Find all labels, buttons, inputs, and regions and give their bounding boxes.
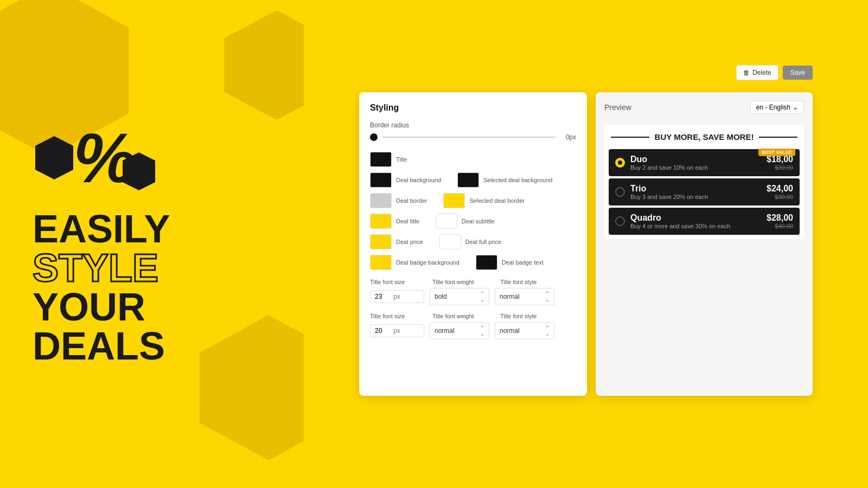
swatch-selected-deal-border-label: Selected deal border: [469, 197, 525, 204]
swatch-deal-bg-label: Deal background: [396, 177, 441, 183]
font-size-value-2[interactable]: [375, 327, 391, 335]
swatch-deal-bg-color[interactable]: [370, 172, 392, 188]
font-weight-value-1: bold: [435, 293, 447, 300]
swatch-deal-subtitle-color[interactable]: [436, 214, 457, 229]
deal-original-quadro: $40,00: [767, 223, 793, 229]
font-row-1: Title font size Title font weight Title …: [370, 279, 576, 305]
trash-icon: 🗑: [743, 69, 750, 76]
font-size-label-1: Title font size: [370, 279, 427, 285]
deal-prices-duo: $18,00 $20,00: [767, 155, 793, 171]
preview-header: Preview en - English ⌄: [604, 101, 804, 114]
save-button[interactable]: Save: [783, 66, 813, 80]
widget-header-text: BUY MORE, SAVE MORE!: [655, 132, 754, 142]
swatch-row-3: Deal border Selected deal border: [370, 193, 576, 208]
font-weight-value-2: normal: [435, 327, 455, 335]
font-style-select-1[interactable]: normal ⌃⌄: [495, 288, 554, 305]
swatch-title: Title: [370, 152, 576, 167]
font-size-unit-1: px: [393, 293, 400, 300]
deal-prices-trio: $24,00 $30,00: [767, 184, 793, 200]
tagline-your: YOUR: [33, 287, 170, 326]
swatch-row-5: Deal price Deal full price: [370, 234, 576, 249]
preview-container: 🗑 Delete Save Preview en - English ⌄ BUY…: [596, 92, 813, 396]
swatch-deal-badge-bg: Deal badge background: [370, 255, 459, 270]
swatch-selected-deal-border: Selected deal border: [443, 193, 525, 208]
swatch-deal-subtitle: Deal subtitle: [436, 214, 495, 229]
swatch-deal-border-label: Deal border: [396, 197, 427, 204]
delete-button[interactable]: 🗑 Delete: [736, 65, 778, 80]
left-panel: % EASILY STYLE YOUR DEALS: [0, 0, 304, 488]
font-size-unit-2: px: [393, 327, 400, 335]
preview-label: Preview: [604, 103, 631, 112]
font-size-label-2: Title font size: [370, 313, 427, 319]
swatch-title-color[interactable]: [370, 152, 392, 167]
swatch-deal-border: Deal border: [370, 193, 427, 208]
font-size-input-1[interactable]: px: [370, 290, 424, 303]
swatch-deal-title-color[interactable]: [370, 214, 392, 229]
deal-radio-quadro[interactable]: [615, 216, 625, 226]
swatch-deal-badge-text-color[interactable]: [476, 255, 497, 270]
deal-original-duo: $20,00: [767, 164, 793, 171]
hex-small-logo-icon: [120, 150, 158, 193]
font-weight-label-2: Title font weight: [432, 313, 495, 319]
styling-title: Styling: [370, 103, 576, 113]
deal-radio-trio[interactable]: [615, 187, 625, 197]
deal-radio-duo[interactable]: [615, 158, 625, 168]
font-style-value-1: normal: [500, 293, 520, 300]
lang-value: en - English: [756, 104, 790, 111]
widget-header: BUY MORE, SAVE MORE!: [604, 125, 804, 147]
widget-preview: BUY MORE, SAVE MORE! Best value Duo Buy …: [604, 125, 804, 239]
language-selector[interactable]: en - English ⌄: [750, 101, 804, 114]
swatch-deal-border-color[interactable]: [370, 193, 392, 208]
tagline: EASILY STYLE YOUR DEALS: [33, 209, 170, 365]
font-inputs-2: px normal ⌃⌄ normal ⌃⌄: [370, 322, 576, 339]
font-size-input-2[interactable]: px: [370, 324, 424, 337]
deal-subtitle-quadro: Buy 4 or more and save 30% on each: [630, 223, 761, 229]
svg-marker-1: [224, 10, 304, 120]
deal-info-quadro: Quadro Buy 4 or more and save 30% on eac…: [630, 213, 761, 229]
best-value-badge: Best value: [758, 149, 795, 156]
slider-thumb[interactable]: [370, 133, 378, 141]
svg-marker-2: [200, 315, 304, 460]
deal-price-trio: $24,00: [767, 184, 793, 194]
chevron-weight-icon-2: ⌃⌄: [480, 325, 484, 337]
svg-marker-4: [123, 152, 155, 190]
swatch-row-2: Deal background Selected deal background: [370, 172, 576, 188]
deal-title-duo: Duo: [630, 155, 761, 164]
deal-item-duo[interactable]: Best value Duo Buy 2 and save 10% on eac…: [609, 149, 800, 176]
swatch-selected-deal-border-color[interactable]: [443, 193, 465, 208]
swatch-deal-full-price-color[interactable]: [439, 234, 461, 249]
font-row-2: Title font size Title font weight Title …: [370, 313, 576, 339]
lang-chevron-icon: ⌄: [793, 104, 798, 111]
font-weight-select-2[interactable]: normal ⌃⌄: [430, 322, 489, 339]
swatch-deal-title: Deal title: [370, 214, 419, 229]
swatch-selected-deal-bg: Selected deal background: [457, 172, 552, 188]
deal-subtitle-duo: Buy 2 and save 10% on each: [630, 164, 761, 171]
swatch-deal-subtitle-label: Deal subtitle: [462, 218, 495, 224]
svg-marker-3: [35, 136, 73, 179]
font-weight-select-1[interactable]: bold ⌃⌄: [430, 288, 489, 305]
toolbar: 🗑 Delete Save: [736, 65, 813, 80]
swatch-deal-price-label: Deal price: [396, 239, 423, 245]
font-style-select-2[interactable]: normal ⌃⌄: [495, 322, 554, 339]
border-radius-row: 0px: [370, 133, 576, 141]
deal-item-quadro[interactable]: Quadro Buy 4 or more and save 30% on eac…: [609, 208, 800, 235]
swatch-deal-badge-text-label: Deal badge text: [502, 259, 544, 266]
slider-track[interactable]: [382, 137, 556, 138]
deal-title-quadro: Quadro: [630, 213, 761, 223]
header-line-right: [759, 137, 797, 138]
swatch-deal-badge-bg-color[interactable]: [370, 255, 392, 270]
tagline-style: STYLE: [33, 248, 170, 287]
swatch-selected-deal-bg-label: Selected deal background: [483, 177, 552, 183]
deal-price-quadro: $28,00: [767, 213, 793, 223]
border-radius-label: Border radius: [370, 121, 576, 129]
swatch-selected-deal-bg-color[interactable]: [457, 172, 479, 188]
swatch-deal-price-color[interactable]: [370, 234, 392, 249]
logo-area: %: [33, 123, 158, 193]
font-labels-1: Title font size Title font weight Title …: [370, 279, 576, 285]
font-size-value-1[interactable]: [375, 293, 391, 300]
swatch-title-label: Title: [396, 156, 407, 163]
deal-info-trio: Trio Buy 3 and save 20% on each: [630, 184, 761, 200]
chevron-style-icon-2: ⌃⌄: [545, 325, 550, 337]
tagline-easily: EASILY: [33, 209, 170, 248]
deal-item-trio[interactable]: Trio Buy 3 and save 20% on each $24,00 $…: [609, 178, 800, 206]
